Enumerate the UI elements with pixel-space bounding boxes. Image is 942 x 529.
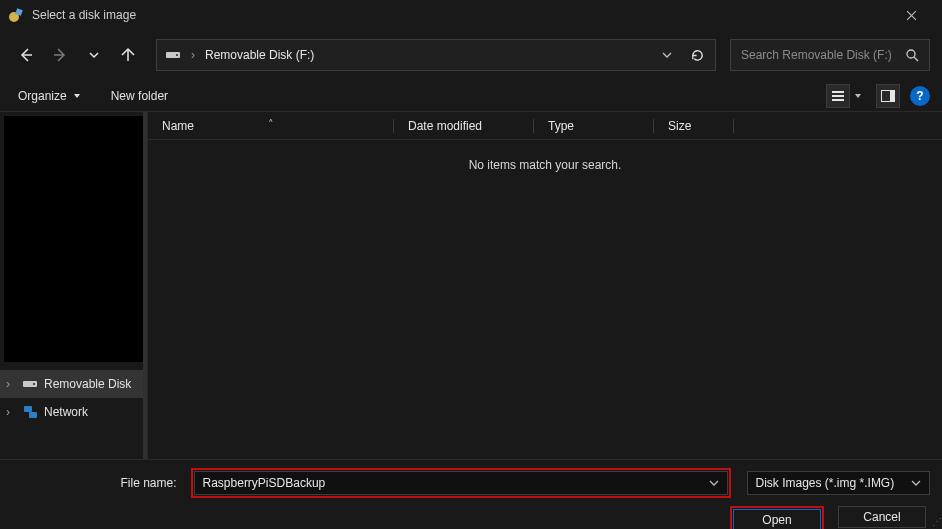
sidebar-resize-handle[interactable] (143, 112, 147, 459)
filename-dropdown[interactable] (709, 478, 719, 488)
path-segment[interactable]: Removable Disk (F:) (205, 48, 314, 62)
drive-icon (165, 49, 181, 61)
sort-indicator-icon: ˄ (268, 118, 274, 131)
svg-rect-9 (890, 91, 894, 101)
chevron-right-icon: › (189, 48, 197, 62)
sidebar: › Removable Disk › Network (0, 112, 148, 459)
resize-grip[interactable]: ⋰ (932, 516, 940, 527)
column-headers: Name ˄ Date modified Type Size (148, 112, 942, 140)
column-date[interactable]: Date modified (394, 119, 534, 133)
svg-rect-3 (176, 54, 178, 56)
forward-button[interactable] (46, 41, 74, 69)
titlebar: Select a disk image (0, 0, 942, 30)
folder-tree: › Removable Disk › Network (0, 366, 147, 430)
svg-rect-12 (24, 406, 32, 412)
view-mode-button[interactable] (826, 84, 866, 108)
svg-rect-5 (832, 91, 844, 93)
list-view-icon (826, 84, 850, 108)
back-button[interactable] (12, 41, 40, 69)
filename-label: File name: (12, 476, 183, 490)
chevron-down-icon (850, 92, 866, 100)
close-button[interactable] (888, 0, 934, 30)
column-name[interactable]: Name ˄ (148, 119, 394, 133)
filetype-value: Disk Images (*.img *.IMG) (756, 476, 895, 490)
refresh-button[interactable] (688, 48, 707, 63)
network-icon (22, 405, 38, 419)
tree-item-removable-disk[interactable]: › Removable Disk (0, 370, 147, 398)
chevron-down-icon (911, 478, 921, 488)
up-button[interactable] (114, 41, 142, 69)
organize-button[interactable]: Organize (12, 85, 87, 107)
navigation-bar: › Removable Disk (F:) Search Removable D… (0, 30, 942, 80)
svg-rect-11 (33, 383, 35, 385)
svg-rect-13 (29, 412, 37, 418)
svg-rect-6 (832, 95, 844, 97)
toolbar: Organize New folder ? (0, 80, 942, 112)
tree-item-label: Removable Disk (44, 377, 131, 391)
filename-value: RaspberryPiSDBackup (203, 476, 326, 490)
address-dropdown[interactable] (654, 50, 680, 60)
column-size[interactable]: Size (654, 119, 734, 133)
tree-item-network[interactable]: › Network (0, 398, 147, 426)
chevron-right-icon: › (6, 377, 16, 391)
open-highlight: Open (730, 506, 824, 529)
open-button[interactable]: Open (733, 509, 821, 529)
tree-item-label: Network (44, 405, 88, 419)
recent-locations-button[interactable] (80, 41, 108, 69)
svg-point-4 (907, 50, 915, 58)
preview-area (4, 116, 143, 362)
preview-pane-button[interactable] (876, 84, 900, 108)
dialog-bottom: File name: RaspberryPiSDBackup Disk Imag… (0, 459, 942, 529)
help-button[interactable]: ? (910, 86, 930, 106)
empty-list-message: No items match your search. (148, 140, 942, 190)
new-folder-button[interactable]: New folder (105, 85, 174, 107)
filename-input[interactable]: RaspberryPiSDBackup (194, 471, 728, 495)
address-bar[interactable]: › Removable Disk (F:) (156, 39, 716, 71)
cancel-button[interactable]: Cancel (838, 506, 926, 528)
filename-highlight: RaspberryPiSDBackup (191, 468, 731, 498)
column-type[interactable]: Type (534, 119, 654, 133)
app-icon (8, 7, 24, 23)
chevron-right-icon: › (6, 405, 16, 419)
svg-rect-7 (832, 99, 844, 101)
search-icon (905, 48, 919, 62)
filetype-select[interactable]: Disk Images (*.img *.IMG) (747, 471, 930, 495)
file-list-area: Name ˄ Date modified Type Size No items … (148, 112, 942, 459)
search-input[interactable]: Search Removable Disk (F:) (730, 39, 930, 71)
search-placeholder: Search Removable Disk (F:) (741, 48, 905, 62)
window-title: Select a disk image (32, 8, 888, 22)
drive-icon (22, 378, 38, 390)
